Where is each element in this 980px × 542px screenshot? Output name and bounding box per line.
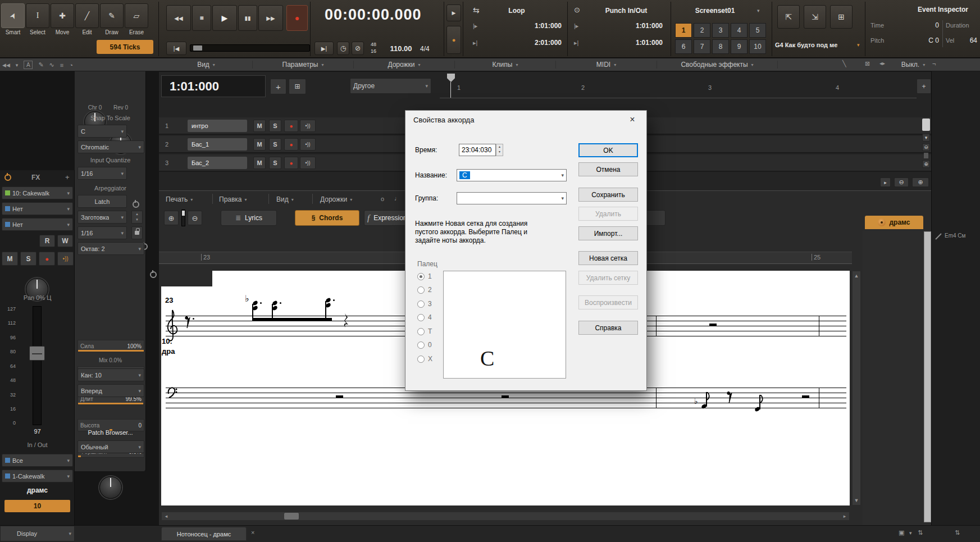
track-1-solo-button[interactable]: S (269, 120, 281, 132)
chord-group-combobox[interactable]: ▾ (457, 192, 567, 204)
waveform-icon[interactable]: ∿ (49, 61, 54, 69)
bank-selector[interactable]: Обычный (78, 440, 144, 453)
collapse-icon[interactable]: ◀◀ (2, 62, 10, 68)
latch-power-icon[interactable] (150, 271, 157, 278)
input-port-selector[interactable]: Все (2, 454, 73, 467)
metronome-mute-button[interactable]: ⊘ (352, 42, 364, 55)
tab-notation-drums[interactable]: Нотоносец - драмс (161, 527, 247, 541)
screenset-9[interactable]: 9 (731, 39, 747, 54)
quarter-note-icon[interactable]: ♩ (394, 195, 400, 202)
staff-zoom-slider[interactable] (181, 209, 185, 226)
screenset-8[interactable]: 8 (712, 39, 729, 54)
scroll-left-icon[interactable]: ◂ (162, 513, 170, 520)
dialog-close-icon[interactable]: × (625, 113, 640, 126)
inspector-vel-value[interactable]: 64 (961, 37, 977, 44)
add-track-button[interactable]: + (270, 79, 286, 94)
staff-hscroll-thumb[interactable] (284, 513, 299, 520)
list-view-icon[interactable]: ≡ (60, 62, 63, 69)
volume-fader-thumb[interactable] (29, 346, 45, 361)
new-grid-button[interactable]: Новая сетка (578, 251, 638, 265)
track-3-name[interactable]: Бас_2 (188, 157, 247, 169)
track-1-arm-button[interactable]: ● (284, 120, 298, 132)
track-1-echo-button[interactable]: •)) (300, 120, 316, 132)
staff-hscrollbar[interactable] (161, 512, 850, 521)
track-2-solo-button[interactable]: S (269, 138, 281, 151)
loop-start-value[interactable]: 1:01:000 (505, 22, 562, 30)
menu-dorozhki[interactable]: Дорожки (354, 61, 455, 69)
menu-parametry[interactable]: Параметры (253, 61, 354, 69)
track-3-echo-button[interactable]: •)) (300, 157, 316, 169)
scale-key-selector[interactable]: C (78, 125, 127, 138)
patch-browser-link[interactable]: Patch Browser... (75, 429, 146, 436)
screenset-1[interactable]: 1 (675, 23, 692, 38)
layers-icon[interactable]: ▣ (899, 529, 904, 536)
inspector-time-value[interactable]: 0 (919, 21, 939, 29)
track-2-mute-button[interactable]: M (253, 138, 266, 151)
envelope-icon[interactable]: ⊠ (865, 60, 870, 67)
screenset-4[interactable]: 4 (731, 23, 747, 38)
menu-svobodnye-effekty[interactable]: Свободные эффекты (657, 61, 778, 69)
track-3-solo-button[interactable]: S (269, 157, 281, 169)
trackview-vzoom-in-button[interactable]: ⊕ (922, 160, 930, 168)
snap-power-icon[interactable] (133, 201, 139, 208)
step-back-button[interactable]: ⇱ (777, 5, 800, 29)
scroll-right-icon[interactable]: ▸ (841, 513, 849, 520)
select-tool-button[interactable]: I (26, 3, 49, 28)
staff-zoom-out-button[interactable]: ⊖ (188, 211, 202, 225)
channel-selector[interactable]: Кан: 10 (78, 368, 144, 381)
latch-button[interactable]: Latch (78, 195, 127, 208)
tab-close-icon[interactable]: × (251, 529, 254, 536)
step-forward-button[interactable]: ⇲ (804, 5, 826, 29)
screenset-10[interactable]: 10 (749, 39, 766, 54)
erase-tool-button[interactable]: ▱ (125, 3, 148, 28)
arp-octave-selector[interactable]: Октав: 2 (78, 242, 144, 255)
time-spinner[interactable]: ▲▼ (496, 144, 503, 156)
fx-add-button[interactable]: + (65, 173, 70, 181)
arm-record-button[interactable]: ● (39, 252, 55, 266)
arp-preset-spinner[interactable]: ▲▼ (131, 211, 143, 224)
trackview-play-button[interactable]: ▸ (880, 177, 891, 187)
trackview-hzoom-out-button[interactable]: ⊖ (894, 177, 909, 187)
quantize-value-selector[interactable]: 1/16 (78, 167, 127, 180)
inspector-pitch-value[interactable]: C 0 (909, 37, 939, 44)
pie-icon[interactable]: ◔ (69, 62, 73, 69)
ticks-badge[interactable]: 594 Ticks (97, 40, 153, 54)
go-to-start-button[interactable]: |◀ (166, 42, 186, 55)
save-button[interactable]: Сохранить (578, 188, 638, 202)
staff-menu-view[interactable]: Вид (276, 195, 294, 203)
track-2-arm-button[interactable]: ● (284, 138, 298, 151)
loop-icon[interactable]: ⇆ (473, 6, 480, 15)
grid-button[interactable]: ⊞ (289, 79, 306, 94)
scale-selector[interactable]: Chromatic (78, 140, 144, 153)
trackview-vzoom-slider[interactable] (924, 153, 928, 158)
volume-fader-track[interactable] (33, 306, 42, 425)
screenset-title[interactable]: Screenset01 (678, 7, 751, 15)
track-2-echo-button[interactable]: •)) (300, 138, 316, 151)
screenset-caret-icon[interactable]: ▾ (757, 8, 760, 13)
staff-vscrollbar[interactable] (852, 271, 861, 505)
synth-selector[interactable]: 10: Cakewalk (2, 186, 73, 199)
move-tool-button[interactable]: ✚ (51, 3, 74, 28)
menu-vid[interactable]: Вид (160, 61, 253, 69)
cancel-button[interactable]: Отмена (578, 162, 638, 176)
velocity-slider[interactable]: Сила100% (78, 340, 144, 352)
input-none-selector-1[interactable]: Нет (2, 202, 73, 215)
punch-out-value[interactable]: 1:01:000 (607, 39, 663, 47)
write-automation-button[interactable]: W (57, 235, 73, 247)
staff-menu-edit[interactable]: Правка (219, 195, 247, 203)
staff-zoom-in-button[interactable]: ⊕ (164, 211, 179, 225)
timeline-ruler[interactable] (440, 72, 917, 98)
menu-klipy[interactable]: Клипы (455, 61, 556, 69)
trackview-vzoom-out-button[interactable]: ⊖ (922, 143, 930, 151)
view-caret-icon[interactable]: ▾ (16, 62, 19, 68)
chords-button[interactable]: §Chords (295, 210, 359, 226)
pause-button[interactable]: ▮▮ (238, 5, 257, 31)
leftright-icon[interactable]: ◂▸ (879, 60, 885, 66)
transport-slider[interactable] (190, 44, 310, 52)
input-none-selector-2[interactable]: Нет (2, 218, 73, 231)
dock-caret-icon[interactable]: ▾ (909, 530, 912, 536)
snap-off-menu[interactable]: Выкл. (896, 58, 930, 71)
arp-rate-selector[interactable]: 1/16 (78, 226, 127, 239)
chord-grid-box[interactable] (443, 271, 566, 379)
fx-power-icon[interactable] (4, 174, 11, 181)
